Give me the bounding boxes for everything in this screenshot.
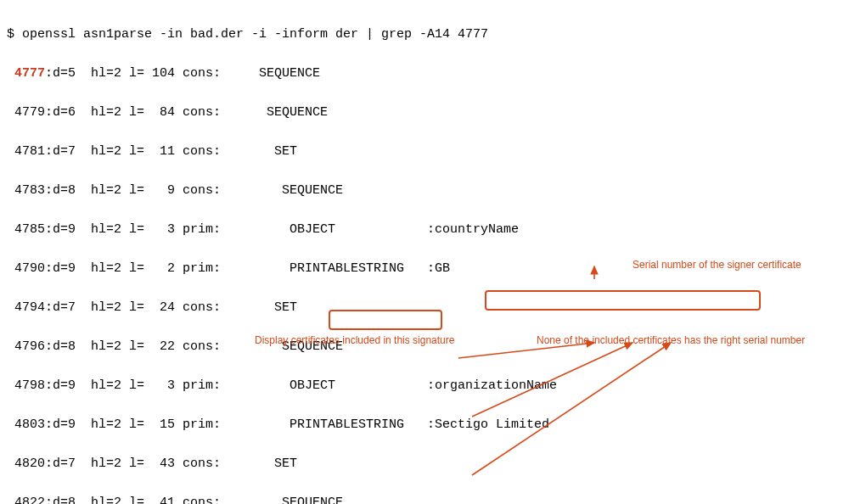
cmd1-text: openssl asn1parse -in bad.der -i -inform… (22, 27, 488, 42)
offset-highlight: 4777 (7, 66, 45, 81)
terminal-output: $ openssl asn1parse -in bad.der -i -info… (0, 0, 849, 504)
asn-row-2: 4781:d=7 hl=2 l= 11 cons: SET (7, 142, 842, 161)
command-line-1: $ openssl asn1parse -in bad.der -i -info… (7, 25, 842, 44)
asn-row-3: 4783:d=8 hl=2 l= 9 cons: SEQUENCE (7, 181, 842, 200)
asn-rest-0: :d=5 hl=2 l= 104 cons: SEQUENCE (45, 66, 320, 81)
prompt: $ (7, 27, 22, 42)
asn-row-0: 4777:d=5 hl=2 l= 104 cons: SEQUENCE (7, 64, 842, 83)
annot-none: None of the included certificates has th… (537, 331, 805, 350)
asn-row-10: 4820:d=7 hl=2 l= 43 cons: SET (7, 454, 842, 473)
asn-row-4: 4785:d=9 hl=2 l= 3 prim: OBJECT :country… (7, 220, 842, 239)
asn-row-9: 4803:d=9 hl=2 l= 15 prim: PRINTABLESTRIN… (7, 415, 842, 434)
annot-signer: Serial number of the signer certificate (633, 255, 801, 275)
asn-row-8: 4798:d=9 hl=2 l= 3 prim: OBJECT :organiz… (7, 376, 842, 395)
annot-display: Display certificates included in this si… (255, 331, 454, 350)
asn-row-6: 4794:d=7 hl=2 l= 24 cons: SET (7, 298, 842, 317)
asn-row-11: 4822:d=8 hl=2 l= 41 cons: SEQUENCE (7, 493, 842, 504)
asn-row-1: 4779:d=6 hl=2 l= 84 cons: SEQUENCE (7, 103, 842, 122)
